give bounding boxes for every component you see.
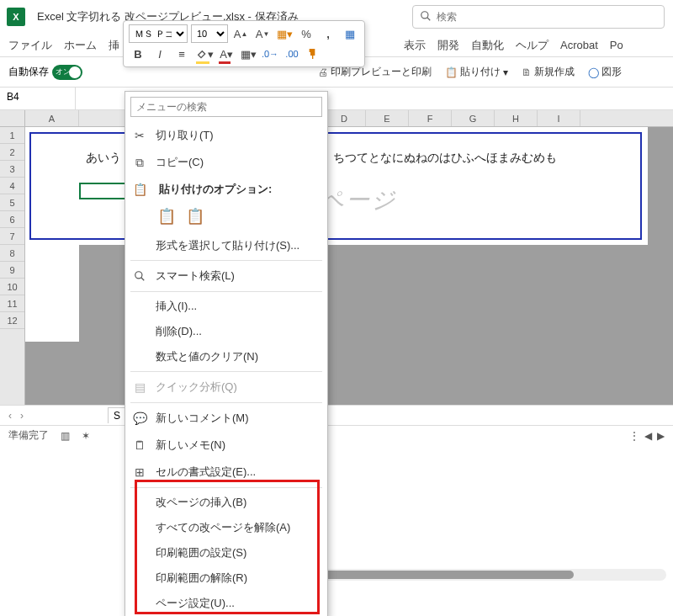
col-header[interactable]: F <box>409 110 452 126</box>
font-color-icon[interactable]: A▾ <box>217 45 236 63</box>
row-header[interactable]: 5 <box>0 194 24 211</box>
scroll-right-icon[interactable]: ▶ <box>657 430 665 442</box>
menu-delete[interactable]: 削除(D)... <box>125 319 327 344</box>
menu-paste-special[interactable]: 形式を選択して貼り付け(S)... <box>125 233 327 258</box>
paste-option-values[interactable]: 📋 <box>184 204 206 228</box>
decrease-font-icon[interactable]: A▼ <box>253 24 272 43</box>
align-icon[interactable]: ≡ <box>172 45 191 63</box>
format-painter-icon[interactable] <box>305 45 323 63</box>
menu-search-input[interactable] <box>130 97 322 117</box>
row-header[interactable]: 1 <box>0 127 24 144</box>
cells-grid[interactable]: あいうちつてとなにぬねのはひふへほまみむめも ページ <box>25 127 673 405</box>
tab-automate[interactable]: 自動化 <box>471 38 504 53</box>
row-header[interactable]: 4 <box>0 178 24 194</box>
row-header[interactable]: 3 <box>0 161 24 178</box>
col-header[interactable]: I <box>538 110 580 126</box>
status-bar: 準備完了 ▥ ✶ ⋮ ◀ ▶ <box>0 425 673 445</box>
comma-icon[interactable]: , <box>319 24 337 43</box>
shapes-button[interactable]: ◯図形 <box>585 63 625 81</box>
svg-point-2 <box>135 272 142 279</box>
increase-font-icon[interactable]: A▲ <box>231 24 250 43</box>
menu-reset-all-page-breaks[interactable]: すべての改ページを解除(A) <box>125 515 327 540</box>
name-box[interactable]: B4 <box>0 88 76 109</box>
formula-bar: B4 <box>0 88 673 110</box>
menu-cut[interactable]: ✂ 切り取り(T) <box>125 122 327 149</box>
row-header[interactable]: 8 <box>0 245 24 262</box>
percent-icon[interactable]: % <box>297 24 315 43</box>
note-icon: 🗒 <box>132 438 147 452</box>
new-document-button[interactable]: 🗎新規作成 <box>518 63 578 81</box>
sheet-nav-next[interactable]: › <box>20 410 24 422</box>
menu-new-note[interactable]: 🗒 新しいメモ(N) <box>125 432 327 459</box>
menu-insert[interactable]: 挿入(I)... <box>125 294 327 319</box>
scroll-left-icon[interactable]: ◀ <box>644 430 652 442</box>
sheet-tab[interactable]: S <box>108 407 126 423</box>
comment-icon: 💬 <box>132 412 147 425</box>
row-headers[interactable]: 1 2 3 4 5 6 7 8 9 10 11 12 <box>0 127 25 405</box>
tab-power[interactable]: Po <box>610 39 623 51</box>
italic-icon[interactable]: I <box>151 45 169 63</box>
menu-format-cells[interactable]: ⊞ セルの書式設定(E)... <box>125 459 327 486</box>
copy-icon: ⧉ <box>132 156 147 170</box>
sheet-nav-prev[interactable]: ‹ <box>8 410 12 422</box>
search-input[interactable] <box>437 11 657 23</box>
display-settings-icon[interactable]: ▥ <box>61 430 70 442</box>
fontsize-select[interactable]: 10 <box>191 24 228 43</box>
menu-set-print-area[interactable]: 印刷範囲の設定(S) <box>125 540 327 566</box>
row-header[interactable]: 7 <box>0 228 24 245</box>
col-header[interactable]: A <box>25 110 79 126</box>
column-headers[interactable]: A D E F G H I <box>0 110 673 127</box>
select-all-corner[interactable] <box>0 110 25 126</box>
row-header[interactable]: 11 <box>0 295 24 312</box>
context-menu: ✂ 切り取り(T) ⧉ コピー(C) 📋 貼り付けのオプション: 📋 📋 形式を… <box>125 91 328 616</box>
status-ready: 準備完了 <box>8 428 49 443</box>
menu-new-comment[interactable]: 💬 新しいコメント(M) <box>125 405 327 432</box>
paste-button[interactable]: 📋貼り付け▾ <box>442 63 511 81</box>
worksheet-area[interactable]: A D E F G H I 1 2 3 4 5 6 7 8 9 10 11 12 <box>0 110 673 405</box>
menu-clear-contents[interactable]: 数式と値のクリア(N) <box>125 344 327 369</box>
autosave-toggle[interactable]: 自動保存 オン <box>8 65 82 80</box>
paste-option-default[interactable]: 📋 <box>156 204 178 228</box>
menu-page-setup[interactable]: ページ設定(U)... <box>125 591 327 616</box>
conditional-format-icon[interactable]: ▦ <box>341 24 359 43</box>
format-cells-icon: ⊞ <box>132 465 147 479</box>
scissors-icon: ✂ <box>132 129 147 142</box>
search-box[interactable] <box>412 5 665 29</box>
row-header[interactable]: 12 <box>0 312 24 329</box>
menu-clear-print-area[interactable]: 印刷範囲の解除(R) <box>125 566 327 591</box>
menu-smart-lookup[interactable]: スマート検索(L) <box>125 263 327 289</box>
border-icon[interactable]: ▦▾ <box>239 45 257 63</box>
menu-insert-page-break[interactable]: 改ページの挿入(B) <box>125 490 327 515</box>
tab-file[interactable]: ファイル <box>8 38 52 53</box>
row-header[interactable]: 2 <box>0 144 24 161</box>
decrease-decimal-icon[interactable]: .00 <box>283 45 301 63</box>
svg-line-3 <box>141 278 145 281</box>
bold-icon[interactable]: B <box>129 45 147 63</box>
clipboard-icon: 📋 <box>132 183 147 196</box>
col-header[interactable]: G <box>452 110 495 126</box>
accessibility-icon[interactable]: ✶ <box>82 430 90 442</box>
row-header[interactable]: 6 <box>0 211 24 228</box>
tab-view[interactable]: 表示 <box>404 38 426 53</box>
col-header[interactable]: D <box>323 110 366 126</box>
clipboard-icon: 📋 <box>445 66 458 78</box>
increase-decimal-icon[interactable]: .0→ <box>261 45 279 63</box>
tab-home[interactable]: ホーム <box>64 38 97 53</box>
col-header[interactable]: E <box>366 110 409 126</box>
menu-paste-options-header: 📋 貼り付けのオプション: <box>125 176 327 203</box>
scroll-dots[interactable]: ⋮ <box>629 430 639 442</box>
merge-cells-icon[interactable]: ▦▾ <box>275 24 294 43</box>
row-header[interactable]: 9 <box>0 262 24 279</box>
tab-insert[interactable]: 挿 <box>109 38 119 53</box>
row-header[interactable]: 10 <box>0 279 24 295</box>
tab-acrobat[interactable]: Acrobat <box>560 39 598 51</box>
menu-copy[interactable]: ⧉ コピー(C) <box>125 149 327 176</box>
font-select[interactable]: ＭＳ Ｐゴ <box>129 24 188 43</box>
tab-help[interactable]: ヘルプ <box>516 38 548 53</box>
fill-color-icon[interactable]: ▾ <box>194 45 214 63</box>
svg-line-1 <box>427 17 431 20</box>
search-icon <box>420 10 432 24</box>
col-header[interactable]: H <box>495 110 538 126</box>
tab-developer[interactable]: 開発 <box>437 38 459 53</box>
mini-toolbar: ＭＳ Ｐゴ 10 A▲ A▼ ▦▾ % , ▦ B I ≡ ▾ A▾ ▦▾ .0… <box>123 20 365 67</box>
